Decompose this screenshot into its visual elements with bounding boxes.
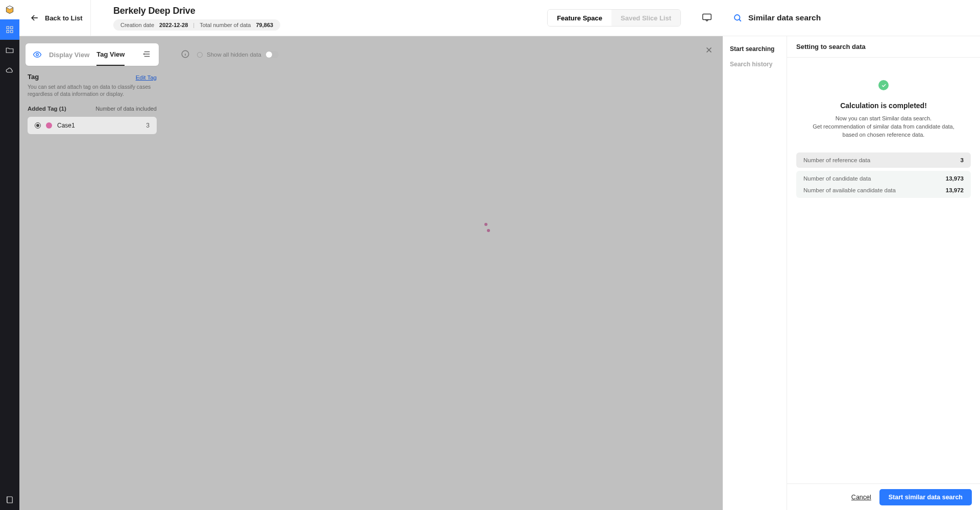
count-column-label: Number of data included bbox=[95, 106, 157, 112]
chat-icon bbox=[701, 12, 713, 23]
info-button[interactable] bbox=[181, 49, 190, 60]
close-button[interactable] bbox=[704, 45, 714, 56]
svg-rect-2 bbox=[7, 27, 9, 29]
tab-display-view[interactable]: Display View bbox=[49, 44, 89, 65]
stat-label: Number of available candidate data bbox=[803, 187, 896, 193]
data-point bbox=[487, 229, 490, 232]
edit-tag-link[interactable]: Edit Tag bbox=[136, 74, 157, 81]
search-icon bbox=[733, 13, 742, 22]
page-header: Back to List Berkely Deep Drive Creation… bbox=[19, 0, 723, 36]
nav-book[interactable] bbox=[0, 490, 19, 510]
svg-rect-5 bbox=[11, 31, 13, 33]
creation-value: 2022-12-28 bbox=[159, 22, 188, 28]
nav-start-searching[interactable]: Start searching bbox=[730, 45, 779, 53]
stat-label: Number of reference data bbox=[803, 157, 870, 163]
tab-tag-view[interactable]: Tag View bbox=[96, 44, 125, 66]
stat-row-available: Number of available candidate data 13,97… bbox=[796, 186, 971, 198]
hidden-toggle-label: Show all hidden data bbox=[207, 52, 261, 58]
nav-search-history[interactable]: Search history bbox=[730, 61, 779, 68]
similar-search-drawer: Similar data search Start searching Sear… bbox=[723, 0, 980, 510]
data-point bbox=[484, 223, 487, 226]
start-search-button[interactable]: Start similar data search bbox=[879, 489, 972, 505]
scatter-plot[interactable] bbox=[164, 36, 723, 510]
stat-value: 13,973 bbox=[946, 175, 964, 182]
svg-point-9 bbox=[734, 15, 740, 20]
workspace: Display View Tag View Tag Edit Tag You c… bbox=[19, 36, 723, 510]
eye-icon bbox=[33, 50, 42, 59]
stat-row-candidate: Number of candidate data 13,973 bbox=[796, 171, 971, 186]
chat-button[interactable] bbox=[701, 12, 713, 24]
svg-rect-6 bbox=[703, 14, 712, 19]
close-icon bbox=[704, 45, 714, 55]
drawer-title: Similar data search bbox=[748, 13, 821, 22]
radio-outline-icon bbox=[197, 52, 203, 58]
total-label: Total number of data bbox=[200, 22, 251, 28]
tag-item[interactable]: Case1 3 bbox=[28, 117, 157, 134]
nav-grid[interactable] bbox=[0, 19, 19, 40]
tag-block: Tag Edit Tag You can set and attach tag … bbox=[26, 73, 159, 134]
stats-block: Number of reference data 3 Number of can… bbox=[796, 152, 971, 198]
tag-description: You can set and attach tag on data to cl… bbox=[28, 83, 157, 97]
drawer-nav: Start searching Search history bbox=[723, 36, 787, 510]
hidden-data-toggle[interactable]: Show all hidden data bbox=[197, 51, 279, 58]
nav-cloud[interactable] bbox=[0, 60, 19, 81]
calc-complete-title: Calculation is completed! bbox=[840, 101, 927, 110]
drawer-main: Setting to search data Calculation is co… bbox=[787, 36, 980, 510]
page-title: Berkely Deep Drive bbox=[113, 6, 280, 16]
collapse-panel-button[interactable] bbox=[142, 49, 152, 60]
tag-color-swatch bbox=[46, 122, 52, 129]
tag-heading: Tag bbox=[28, 73, 39, 81]
added-tag-label: Added Tag (1) bbox=[28, 106, 66, 112]
svg-rect-3 bbox=[11, 27, 13, 29]
back-label: Back to List bbox=[45, 14, 83, 22]
left-panel: Display View Tag View Tag Edit Tag You c… bbox=[19, 36, 164, 510]
switch-icon bbox=[265, 51, 279, 58]
arrow-left-icon bbox=[30, 13, 40, 23]
success-icon bbox=[878, 80, 889, 90]
radio-icon bbox=[35, 122, 41, 129]
calc-description: Now you can start Similar data search. G… bbox=[813, 115, 954, 139]
logo-icon[interactable] bbox=[0, 0, 19, 19]
drawer-footer: Cancel Start similar data search bbox=[787, 483, 980, 510]
total-value: 79,863 bbox=[256, 22, 273, 28]
collapse-icon bbox=[142, 49, 152, 59]
drawer-subheading: Setting to search data bbox=[787, 36, 980, 58]
meta-pill: Creation date 2022-12-28 | Total number … bbox=[113, 19, 280, 31]
seg-feature-space[interactable]: Feature Space bbox=[548, 10, 611, 26]
left-rail bbox=[0, 0, 19, 510]
seg-saved-slice[interactable]: Saved Slice List bbox=[611, 10, 680, 26]
nav-folder[interactable] bbox=[0, 40, 19, 60]
cancel-button[interactable]: Cancel bbox=[851, 494, 871, 501]
back-button[interactable]: Back to List bbox=[19, 0, 91, 36]
tag-name: Case1 bbox=[57, 122, 75, 129]
stat-value: 13,972 bbox=[946, 187, 964, 193]
stat-row-reference: Number of reference data 3 bbox=[796, 152, 971, 168]
svg-rect-4 bbox=[7, 31, 9, 33]
stat-value: 3 bbox=[961, 157, 964, 163]
svg-point-7 bbox=[36, 54, 39, 56]
page: Back to List Berkely Deep Drive Creation… bbox=[19, 0, 723, 510]
view-tabs: Display View Tag View bbox=[26, 43, 159, 66]
creation-label: Creation date bbox=[120, 22, 154, 28]
plot-toolbar: Show all hidden data bbox=[173, 43, 723, 66]
stat-label: Number of candidate data bbox=[803, 175, 871, 182]
view-mode-segment: Feature Space Saved Slice List bbox=[547, 9, 681, 27]
info-icon bbox=[181, 49, 190, 59]
tag-count: 3 bbox=[146, 122, 150, 129]
drawer-header: Similar data search bbox=[723, 0, 980, 36]
